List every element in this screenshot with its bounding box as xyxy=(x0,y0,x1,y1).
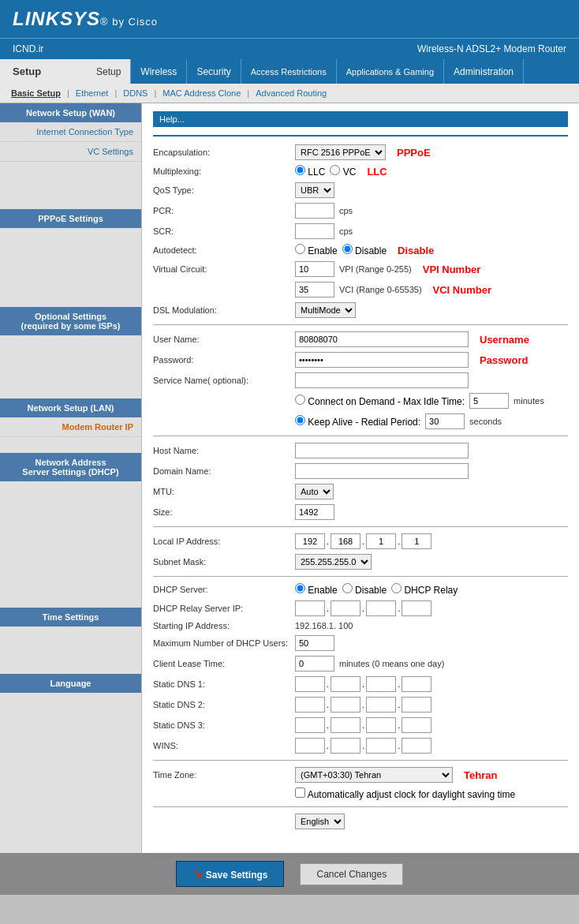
lease-time-input[interactable] xyxy=(295,656,334,671)
subtab-basic[interactable]: Basic Setup xyxy=(6,87,65,99)
multiplexing-control: LLC VC LLC xyxy=(295,165,387,178)
dns1-2[interactable] xyxy=(331,676,360,692)
timezone-select[interactable]: (GMT+03:30) Tehran xyxy=(295,767,453,783)
dsl-row: DSL Modulation: MultiMode xyxy=(153,302,568,318)
subtab-routing[interactable]: Advanced Routing xyxy=(251,87,331,99)
dns3-4[interactable] xyxy=(402,717,431,733)
tab-admin[interactable]: Administration xyxy=(444,59,524,84)
dns1-1[interactable] xyxy=(295,676,325,692)
wins-3[interactable] xyxy=(366,738,396,754)
dhcp-relay-radio[interactable]: DHCP Relay xyxy=(391,583,458,596)
dst-label: Automatically adjust clock for daylight … xyxy=(308,789,515,800)
subtab-ddns[interactable]: DDNS xyxy=(118,87,152,99)
time-section-header: Time Settings xyxy=(0,608,141,627)
language-select[interactable]: English xyxy=(295,814,345,829)
section-divider-5 xyxy=(153,760,568,761)
scr-input[interactable] xyxy=(295,223,334,239)
wins-label: WINS: xyxy=(153,741,295,750)
dsl-select[interactable]: MultiMode xyxy=(295,302,356,318)
dst-checkbox[interactable] xyxy=(295,787,305,798)
password-input[interactable] xyxy=(295,352,469,368)
scr-row: SCR: cps xyxy=(153,223,568,239)
autodetect-disable-radio[interactable]: Disable xyxy=(342,244,387,256)
connect-demand-control: Connect on Demand - Max Idle Time: minut… xyxy=(295,393,544,409)
local-ip-3[interactable] xyxy=(366,533,396,549)
username-input[interactable] xyxy=(295,331,469,347)
dns2-4[interactable] xyxy=(402,697,431,713)
keep-alive-input[interactable] xyxy=(425,413,465,429)
pcr-control: cps xyxy=(295,203,353,219)
subnet-select[interactable]: 255.255.255.0 xyxy=(295,554,372,570)
domain-label: Domain Name: xyxy=(153,466,295,476)
size-input[interactable] xyxy=(295,504,334,520)
subtab-mac[interactable]: MAC Address Clone xyxy=(158,87,245,99)
pcr-row: PCR: cps xyxy=(153,203,568,219)
service-input[interactable] xyxy=(295,372,469,388)
lease-time-row: Client Lease Time: minutes (0 means one … xyxy=(153,656,568,671)
tab-access[interactable]: Access Restrictions xyxy=(241,59,337,84)
multiplexing-label: Multiplexing: xyxy=(153,166,295,176)
wins-2[interactable] xyxy=(331,738,360,754)
dhcp-relay-ip-1[interactable] xyxy=(295,600,325,616)
dns2-2[interactable] xyxy=(331,697,360,713)
wins-1[interactable] xyxy=(295,738,325,754)
dns1-3[interactable] xyxy=(366,676,396,692)
sub-nav: Basic Setup | Ethernet | DDNS | MAC Addr… xyxy=(0,84,579,103)
vpi-input[interactable] xyxy=(295,261,334,277)
pcr-input[interactable] xyxy=(295,203,334,219)
dhcp-enable-radio[interactable]: Enable xyxy=(295,583,338,596)
subtab-ethernet[interactable]: Ethernet xyxy=(71,87,114,99)
timezone-badge: Tehran xyxy=(464,769,497,781)
local-ip-2[interactable] xyxy=(331,533,360,549)
dst-row: Automatically adjust clock for daylight … xyxy=(153,787,568,800)
keep-alive-unit: seconds xyxy=(469,417,502,426)
multiplexing-llc-radio[interactable]: LLC xyxy=(295,165,325,178)
domain-input[interactable] xyxy=(295,463,469,479)
multiplexing-row: Multiplexing: LLC VC LLC xyxy=(153,165,568,178)
keep-alive-radio[interactable]: Keep Alive - Redial Period: xyxy=(295,415,420,428)
local-ip-1[interactable] xyxy=(295,533,325,549)
local-ip-4[interactable] xyxy=(402,533,431,549)
lease-time-unit: minutes (0 means one day) xyxy=(339,659,444,668)
multiplexing-vc-radio[interactable]: VC xyxy=(330,165,356,178)
vci-range: VCI (Range 0-65535) xyxy=(339,285,422,294)
autodetect-enable-radio[interactable]: Enable xyxy=(295,244,338,256)
qos-select[interactable]: UBR xyxy=(295,182,334,198)
dst-checkbox-label[interactable]: Automatically adjust clock for daylight … xyxy=(295,787,515,800)
pcr-unit: cps xyxy=(339,206,353,215)
dhcp-server-label: DHCP Server: xyxy=(153,585,295,594)
tab-wireless[interactable]: Wireless xyxy=(131,59,187,84)
mtu-select[interactable]: Auto xyxy=(295,484,334,499)
dhcp-relay-ip-label: DHCP Relay Server IP: xyxy=(153,604,295,613)
dhcp-relay-ip-4[interactable] xyxy=(402,600,431,616)
optional-section-header: Optional Settings (required by some ISPs… xyxy=(0,307,141,335)
save-button[interactable]: ↘Save Settings xyxy=(176,861,285,887)
dns2-1[interactable] xyxy=(295,697,325,713)
subnet-row: Subnet Mask: 255.255.255.0 xyxy=(153,554,568,570)
dns1-4[interactable] xyxy=(402,676,431,692)
encapsulation-select[interactable]: RFC 2516 PPPoE xyxy=(295,144,386,160)
tab-security[interactable]: Security xyxy=(187,59,241,84)
dhcp-disable-radio[interactable]: Disable xyxy=(342,583,387,596)
sidebar-item-vc-settings[interactable]: VC Settings xyxy=(0,142,141,162)
max-users-input[interactable] xyxy=(295,635,334,651)
dns3-3[interactable] xyxy=(366,717,396,733)
connect-demand-radio[interactable]: Connect on Demand - Max Idle Time: xyxy=(295,395,465,407)
connect-demand-input[interactable] xyxy=(469,393,509,409)
dns3-1[interactable] xyxy=(295,717,325,733)
section-divider-1 xyxy=(153,324,568,325)
hostname-input[interactable] xyxy=(295,443,469,458)
vpi-badge: VPI Number xyxy=(423,264,481,275)
dhcp-relay-ip-2[interactable] xyxy=(331,600,360,616)
wins-4[interactable] xyxy=(402,738,431,754)
dns2-3[interactable] xyxy=(366,697,396,713)
cancel-button[interactable]: Cancel Changes xyxy=(300,863,403,885)
vci-input[interactable] xyxy=(295,282,334,297)
qos-control: UBR xyxy=(295,182,334,198)
sidebar-item-modem-router-ip[interactable]: Modem Router IP xyxy=(0,417,141,437)
sidebar-item-internet-connection[interactable]: Internet Connection Type xyxy=(0,122,141,142)
dns3-2[interactable] xyxy=(331,717,360,733)
dhcp-relay-ip-3[interactable] xyxy=(366,600,396,616)
tab-setup[interactable]: Setup xyxy=(87,59,131,84)
tab-apps[interactable]: Applications & Gaming xyxy=(337,59,444,84)
